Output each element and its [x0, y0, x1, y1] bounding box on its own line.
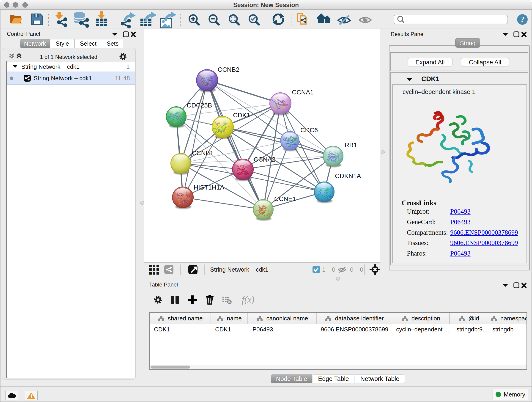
svg-text:CDC6: CDC6	[300, 127, 318, 134]
svg-text:f(x): f(x)	[242, 294, 254, 305]
svg-text:CCNA2: CCNA2	[254, 156, 275, 163]
svg-text:CCNE1: CCNE1	[274, 195, 296, 202]
svg-text:String Network – cdk1: String Network – cdk1	[210, 266, 268, 273]
svg-text:1 – 0: 1 – 0	[322, 266, 336, 273]
svg-text:CDKN1A: CDKN1A	[335, 172, 361, 179]
svg-text:0 – 0: 0 – 0	[350, 266, 363, 273]
svg-text:CDC25B: CDC25B	[187, 102, 212, 109]
svg-text:CCNB2: CCNB2	[218, 66, 239, 73]
svg-text:CCNB1: CCNB1	[192, 149, 214, 157]
svg-text:HIST1H1A: HIST1H1A	[194, 184, 224, 191]
svg-text:CCNA1: CCNA1	[292, 89, 314, 96]
svg-text:CDK1: CDK1	[233, 112, 250, 119]
svg-text:?: ?	[520, 15, 525, 24]
svg-text:RB1: RB1	[345, 141, 357, 148]
